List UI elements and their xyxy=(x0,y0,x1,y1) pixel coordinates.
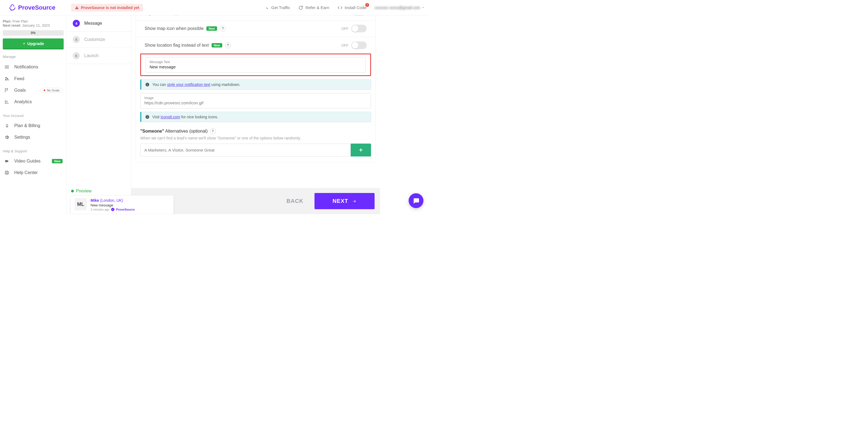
sidebar-item-goals[interactable]: Goals No Goals xyxy=(3,85,64,96)
new-badge: New xyxy=(52,159,63,163)
menu-icon xyxy=(4,64,10,70)
preview-card: ML Mike (London, UK) New message 2 minut… xyxy=(70,195,174,214)
upgrade-button[interactable]: Upgrade xyxy=(3,38,64,49)
alternatives-title: "Someone" Alternatives (optional) ? xyxy=(140,128,371,134)
info-icon xyxy=(145,115,150,119)
preview-brand: ProveSource xyxy=(116,208,135,211)
preview-time: 2 minutes ago xyxy=(91,208,110,211)
new-badge: New xyxy=(212,43,222,48)
step-launch[interactable]: 6 Launch xyxy=(67,48,131,64)
message-text-highlight: Message Text xyxy=(140,54,371,76)
next-button[interactable]: NEXT xyxy=(314,193,375,209)
image-input[interactable] xyxy=(144,100,367,105)
icons8-link[interactable]: Icons8.com xyxy=(160,115,180,119)
step-customize[interactable]: 5 Customize xyxy=(67,32,131,48)
info-icon xyxy=(145,82,150,87)
plan-label: Plan: xyxy=(3,19,11,23)
message-text-label: Message Text xyxy=(150,60,362,64)
brand-text: ProveSource xyxy=(18,4,56,11)
usage-bar: 0% xyxy=(3,30,64,36)
svg-point-2 xyxy=(6,172,8,174)
style-text-link[interactable]: style your notification text xyxy=(167,82,210,87)
help-icon[interactable]: ? xyxy=(225,42,231,48)
lifebuoy-icon xyxy=(4,170,10,175)
preview-message: New message xyxy=(91,203,135,207)
refer-earn-link[interactable]: Refer & Earn xyxy=(298,5,329,10)
message-text-field[interactable]: Message Text xyxy=(146,57,366,72)
add-alternative-button[interactable]: + xyxy=(351,144,371,156)
flag-label: Show location flag instead of text xyxy=(145,43,209,48)
svg-point-0 xyxy=(5,80,6,81)
new-badge: New xyxy=(206,26,217,31)
sidebar-item-notifications[interactable]: Notifications xyxy=(3,61,64,73)
plan-value: Free Plan xyxy=(12,19,28,23)
user-email: xxxxxxx xxxxx@gmail.com xyxy=(375,5,420,10)
install-alert-icon: ! xyxy=(365,3,369,7)
bolt-icon xyxy=(23,42,26,45)
sidebar-item-help-center[interactable]: Help Center xyxy=(3,167,64,179)
no-goals-pill: No Goals xyxy=(41,88,63,93)
alternatives-subtext: When we can't find a lead's name we'll s… xyxy=(140,136,371,140)
sidebar-item-analytics[interactable]: Analytics xyxy=(3,96,64,107)
alternatives-input[interactable] xyxy=(140,144,351,156)
dollar-icon xyxy=(4,123,10,128)
brand-logo[interactable]: ProveSource xyxy=(9,4,56,11)
image-field[interactable]: Image xyxy=(140,93,371,109)
verified-icon: ✓ xyxy=(111,208,115,211)
chat-icon xyxy=(412,197,420,204)
preview-name: Mike xyxy=(91,198,99,203)
image-label: Image xyxy=(144,96,367,100)
sidebar-item-settings[interactable]: Settings xyxy=(3,131,64,143)
rss-icon xyxy=(4,76,10,81)
sidebar-item-guides[interactable]: Video Guides New xyxy=(3,155,64,167)
user-menu[interactable]: xxxxxxx xxxxx@gmail.com xyxy=(375,5,425,10)
step-message[interactable]: 4 Message xyxy=(67,16,131,32)
help-section-title: Help & Support xyxy=(3,149,64,153)
install-warning[interactable]: ProveSource is not installed yet xyxy=(71,4,143,11)
map-off-label: OFF xyxy=(341,27,348,31)
map-toggle[interactable] xyxy=(351,25,367,32)
reset-value: January 11, 2023 xyxy=(22,23,50,27)
account-section-title: Your Account xyxy=(3,114,64,118)
chevron-down-icon xyxy=(422,6,425,9)
icons8-hint: Visit Icons8.com for nice looking icons. xyxy=(140,112,371,122)
chart-icon xyxy=(4,99,10,104)
chat-widget-button[interactable] xyxy=(409,193,424,208)
install-code-link[interactable]: Install Code ! xyxy=(338,5,366,10)
get-traffic-link[interactable]: Get Traffic xyxy=(265,5,290,10)
reset-label: Next reset: xyxy=(3,23,21,27)
video-icon xyxy=(4,159,10,163)
sidebar-item-billing[interactable]: Plan & Billing xyxy=(3,120,64,131)
markdown-hint: You can style your notification text usi… xyxy=(140,79,371,90)
manage-section-title: Manage xyxy=(3,55,64,59)
preview-location: (London, UK) xyxy=(99,198,123,203)
preview-avatar: ML xyxy=(75,198,87,210)
gear-icon xyxy=(4,135,10,140)
message-text-input[interactable] xyxy=(150,64,362,69)
status-dot-icon xyxy=(71,190,74,192)
install-warning-text: ProveSource is not installed yet xyxy=(81,5,139,10)
help-icon[interactable]: ? xyxy=(220,26,226,32)
flag-off-label: OFF xyxy=(341,43,348,48)
help-icon[interactable]: ? xyxy=(210,128,216,134)
map-icon-label: Show map icon when possible xyxy=(145,26,204,31)
sidebar-item-feed[interactable]: Feed xyxy=(3,73,64,85)
preview-label: Preview xyxy=(69,187,174,195)
back-button[interactable]: BACK xyxy=(286,198,304,204)
flag-toggle[interactable] xyxy=(351,41,367,49)
flag-icon xyxy=(4,88,10,93)
arrow-right-icon xyxy=(351,199,356,204)
